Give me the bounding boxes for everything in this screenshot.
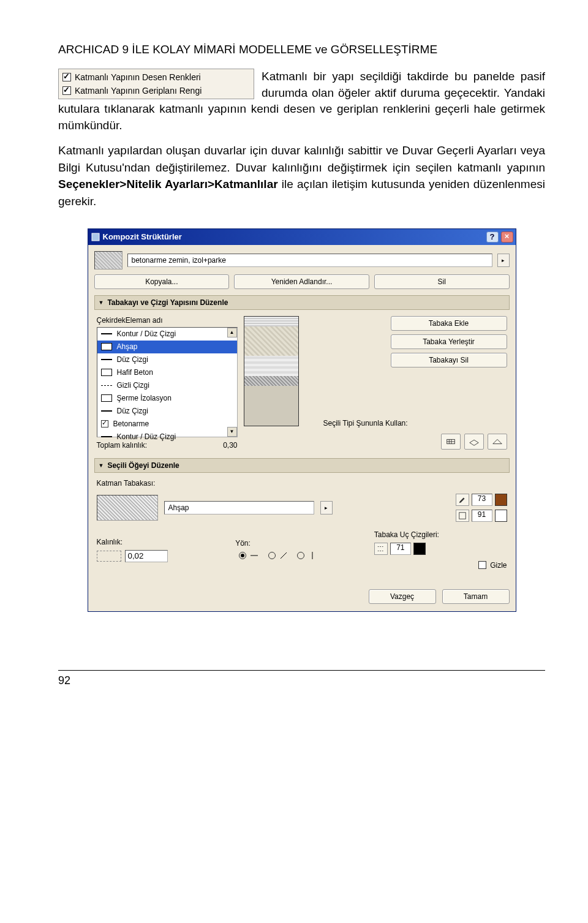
- cancel-button[interactable]: Vazgeç: [369, 589, 436, 604]
- ok-button[interactable]: Tamam: [442, 589, 510, 604]
- list-item[interactable]: Kontur / Düz Çizgi: [117, 432, 176, 441]
- direction-diagonal-icon: [279, 551, 288, 560]
- direction-radio-3[interactable]: [297, 552, 304, 559]
- swatch-icon: [101, 343, 112, 350]
- hide-checkbox[interactable]: [478, 561, 486, 569]
- material-popup-button[interactable]: ▸: [320, 501, 333, 514]
- list-item[interactable]: Ahşap: [117, 342, 138, 351]
- dialog-titlebar[interactable]: Kompozit Strüktürler ? ×: [88, 229, 516, 245]
- line-icon: [101, 333, 112, 334]
- bg-pen-color[interactable]: [495, 510, 507, 522]
- list-item[interactable]: Şerme İzolasyon: [117, 394, 172, 402]
- svg-rect-2: [459, 512, 466, 519]
- direction-label: Yön:: [235, 539, 368, 548]
- body-paragraph: Katmanlı yapılardan oluşan duvarlar için…: [58, 142, 545, 209]
- app-icon: [91, 232, 100, 242]
- fill-pen-color[interactable]: [495, 494, 507, 506]
- structure-preview-icon: [94, 251, 123, 269]
- delete-button[interactable]: Sil: [374, 274, 510, 289]
- fill-pen-icon: [456, 494, 469, 506]
- direction-radio-1[interactable]: [239, 552, 246, 559]
- use-wall-icon[interactable]: [441, 434, 461, 450]
- structure-name-field[interactable]: betonarme zemin, izol+parke: [127, 254, 492, 267]
- direction-horizontal-icon: [250, 551, 258, 560]
- dialog-composite-structures: Kompozit Strüktürler ? × betonarme zemin…: [88, 228, 516, 612]
- pattern-preview: [97, 495, 158, 521]
- list-item[interactable]: Hafif Beton: [117, 368, 153, 377]
- checkbox-background-color[interactable]: [62, 86, 71, 95]
- add-layer-button[interactable]: Tabaka Ekle: [391, 316, 507, 331]
- direction-radio-2[interactable]: [268, 552, 276, 559]
- thickness-label: Kalınlık:: [97, 538, 230, 546]
- wall-section-preview: [244, 316, 299, 426]
- checkbox-label: Katmanlı Yapının Geriplanı Rengi: [75, 86, 202, 96]
- checkbox-pattern-colors[interactable]: [62, 73, 71, 81]
- use-with-label: Seçili Tipi Şununla Kullan:: [317, 419, 507, 428]
- element-name-label: ÇekirdekEleman adı: [97, 316, 238, 325]
- scroll-down-button[interactable]: ▼: [227, 427, 237, 437]
- use-slab-icon[interactable]: [464, 434, 484, 450]
- document-title: ARCHICAD 9 İLE KOLAY MİMARİ MODELLEME ve…: [58, 43, 545, 56]
- list-item[interactable]: Düz Çizgi: [117, 407, 148, 415]
- bg-pen-input[interactable]: 91: [472, 510, 492, 522]
- remove-layer-button[interactable]: Tabakayı Sil: [391, 353, 507, 367]
- core-checkbox-icon: [101, 420, 108, 428]
- list-item[interactable]: Betonarme: [113, 420, 149, 428]
- endline-pen-color[interactable]: [413, 543, 426, 555]
- dialog-title-text: Kompozit Strüktürler: [103, 232, 182, 241]
- endline-icon: [374, 543, 388, 555]
- dash-icon: [101, 385, 112, 386]
- material-field[interactable]: Ahşap: [164, 501, 314, 514]
- section-edit-header[interactable]: Seçili Öğeyi Düzenle: [94, 458, 510, 473]
- list-item[interactable]: Kontur / Düz Çizgi: [117, 330, 176, 338]
- rename-button[interactable]: Yeniden Adlandır...: [234, 274, 369, 289]
- direction-vertical-icon: [308, 551, 317, 560]
- page-number: 92: [58, 674, 70, 687]
- use-roof-icon[interactable]: [488, 434, 507, 450]
- thickness-icon: [97, 551, 121, 562]
- section-layers-header[interactable]: Tabakayı ve Çizgi Yapısını Düzenle: [94, 295, 510, 310]
- copy-button[interactable]: Kopyala...: [94, 274, 230, 289]
- bg-pen-icon: [456, 510, 469, 522]
- swatch-icon: [101, 369, 112, 376]
- fill-pen-input[interactable]: 73: [472, 494, 492, 506]
- scroll-up-button[interactable]: ▲: [227, 328, 237, 337]
- structure-popup-button[interactable]: ▸: [497, 254, 510, 267]
- svg-rect-0: [92, 233, 99, 241]
- insert-layer-button[interactable]: Tabaka Yerleştir: [391, 334, 507, 349]
- line-icon: [101, 359, 112, 360]
- list-item[interactable]: Gizli Çizgi: [117, 381, 149, 390]
- checkbox-label: Katmanlı Yapının Desen Renkleri: [75, 72, 201, 82]
- thickness-input[interactable]: [125, 550, 168, 562]
- checkbox-panel: Katmanlı Yapının Desen Renkleri Katmanlı…: [58, 69, 254, 99]
- help-button[interactable]: ?: [486, 232, 499, 243]
- endline-pen-input[interactable]: 71: [390, 543, 411, 555]
- list-item[interactable]: Düz Çizgi: [117, 355, 148, 364]
- swatch-icon: [101, 394, 112, 402]
- line-icon: [101, 436, 112, 437]
- layer-listbox[interactable]: Kontur / Düz Çizgi Ahşap Düz Çizgi Hafif…: [97, 327, 238, 437]
- layer-fill-label: Katman Tabakası:: [97, 479, 507, 488]
- hide-label: Gizle: [490, 561, 507, 570]
- line-icon: [101, 410, 112, 412]
- endlines-label: Tabaka Uç Çizgileri:: [374, 530, 507, 539]
- close-button[interactable]: ×: [501, 232, 513, 243]
